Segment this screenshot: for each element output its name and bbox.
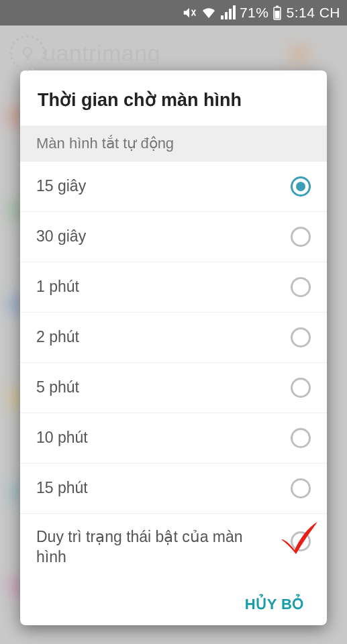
svg-rect-4 xyxy=(229,9,232,19)
status-time: 5:14 CH xyxy=(286,5,340,21)
option-label: Duy trì trạng thái bật của màn hình xyxy=(36,518,251,568)
option-15m[interactable]: 15 phút xyxy=(20,464,327,514)
option-2m[interactable]: 2 phút xyxy=(20,313,327,363)
option-30s[interactable]: 30 giây xyxy=(20,212,327,262)
battery-percent: 71% xyxy=(240,5,269,21)
option-label: 15 phút xyxy=(36,478,88,498)
option-label: 30 giây xyxy=(36,227,86,247)
wifi-icon xyxy=(201,5,217,20)
svg-rect-7 xyxy=(275,11,280,19)
option-5m[interactable]: 5 phút xyxy=(20,363,327,413)
option-label: 15 giây xyxy=(36,176,86,197)
option-label: 5 phút xyxy=(36,378,79,398)
dialog-footer: HỦY BỎ xyxy=(20,584,327,625)
radio-icon xyxy=(291,176,311,197)
option-1m[interactable]: 1 phút xyxy=(20,262,327,313)
radio-icon xyxy=(291,428,311,448)
svg-rect-3 xyxy=(225,12,228,19)
radio-icon xyxy=(291,277,311,297)
option-label: 2 phút xyxy=(36,327,79,347)
screen-timeout-dialog: Thời gian chờ màn hình Màn hình tắt tự đ… xyxy=(20,70,327,625)
radio-icon xyxy=(291,478,311,498)
svg-rect-8 xyxy=(276,6,279,8)
radio-icon xyxy=(291,378,311,398)
radio-icon xyxy=(291,227,311,247)
option-label: 10 phút xyxy=(36,428,88,448)
dialog-title: Thời gian chờ màn hình xyxy=(20,70,327,125)
radio-icon xyxy=(291,531,311,551)
option-label: 1 phút xyxy=(36,277,79,297)
mute-icon xyxy=(182,5,197,20)
signal-icon xyxy=(221,5,236,20)
battery-icon xyxy=(272,5,282,20)
section-header: Màn hình tắt tự động xyxy=(20,125,327,162)
option-10m[interactable]: 10 phút xyxy=(20,413,327,464)
option-keep-on[interactable]: Duy trì trạng thái bật của màn hình xyxy=(20,514,327,578)
status-bar: 71% 5:14 CH xyxy=(0,0,347,25)
svg-rect-5 xyxy=(233,5,236,19)
options-list: 15 giây 30 giây 1 phút 2 phút 5 phút 10 … xyxy=(20,162,327,584)
cancel-button[interactable]: HỦY BỎ xyxy=(241,590,308,619)
svg-rect-2 xyxy=(221,15,224,19)
option-15s[interactable]: 15 giây xyxy=(20,162,327,212)
radio-icon xyxy=(291,327,311,347)
